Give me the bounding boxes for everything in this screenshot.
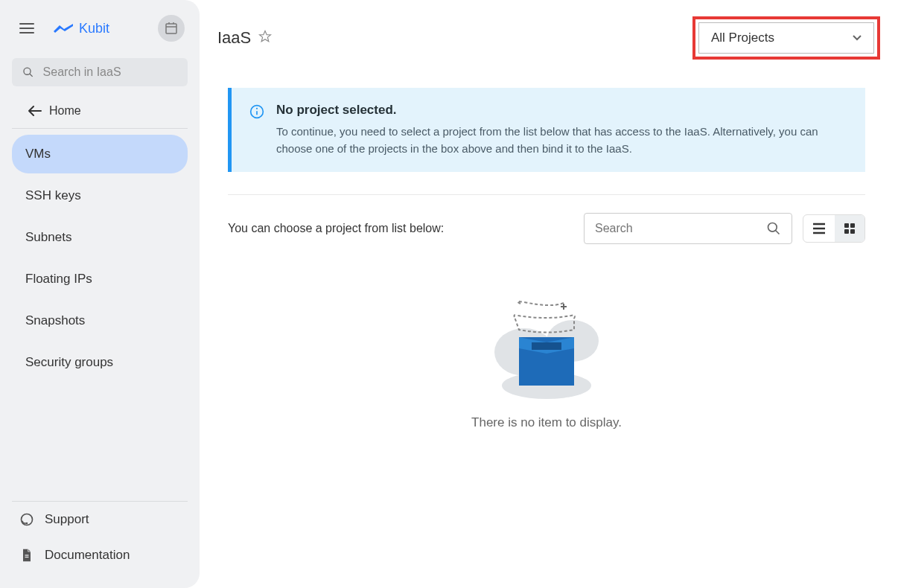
svg-point-13 <box>768 223 777 232</box>
arrow-left-icon <box>28 106 42 116</box>
sidebar-header: Kubit <box>0 0 200 51</box>
list-header: You can choose a project from list below… <box>228 194 865 244</box>
info-banner-body: No project selected. To continue, you ne… <box>276 103 847 157</box>
svg-rect-21 <box>850 229 855 234</box>
calendar-button[interactable] <box>158 15 185 42</box>
svg-rect-18 <box>844 223 849 228</box>
svg-rect-0 <box>166 24 176 33</box>
home-label: Home <box>49 104 81 118</box>
document-icon <box>19 548 34 563</box>
empty-state: There is no item to display. <box>228 266 865 490</box>
brand-logo-icon <box>54 24 73 33</box>
sidebar-search-input[interactable] <box>43 65 177 79</box>
star-icon <box>258 30 272 43</box>
project-selector-label: All Projects <box>711 31 774 45</box>
project-search-input[interactable] <box>595 222 766 235</box>
support-label: Support <box>45 512 89 527</box>
sidebar-item-floating-ips[interactable]: Floating IPs <box>12 260 188 298</box>
list-prompt: You can choose a project from list below… <box>228 222 444 235</box>
nav-items: VMs SSH keys Subnets Floating IPs Snapsh… <box>0 135 200 501</box>
home-link[interactable]: Home <box>12 94 188 129</box>
project-selector-highlight: All Projects <box>692 16 880 60</box>
view-toggle <box>803 214 865 243</box>
sidebar-item-security-groups[interactable]: Security groups <box>12 343 188 382</box>
grid-view-button[interactable] <box>835 215 864 242</box>
svg-line-5 <box>30 74 33 77</box>
documentation-label: Documentation <box>45 548 130 563</box>
sidebar-item-ssh-keys[interactable]: SSH keys <box>12 176 188 215</box>
sidebar-footer: Support Documentation <box>12 501 188 573</box>
sidebar-item-vms[interactable]: VMs <box>12 135 188 173</box>
content: No project selected. To continue, you ne… <box>213 73 880 505</box>
svg-rect-20 <box>844 229 849 234</box>
chevron-down-icon <box>853 35 862 41</box>
svg-rect-19 <box>850 223 855 228</box>
info-banner-text: To continue, you need to select a projec… <box>276 124 847 157</box>
svg-point-4 <box>24 68 31 74</box>
documentation-link[interactable]: Documentation <box>12 537 188 573</box>
svg-point-11 <box>256 108 258 109</box>
info-banner-title: No project selected. <box>276 103 847 118</box>
list-view-button[interactable] <box>803 215 835 242</box>
brand[interactable]: Kubit <box>54 21 109 36</box>
sidebar: Kubit Home VMs SSH keys Subnets Floating… <box>0 0 200 588</box>
favorite-button[interactable] <box>258 30 272 46</box>
calendar-icon <box>165 22 178 35</box>
brand-name: Kubit <box>79 21 109 36</box>
svg-line-14 <box>776 231 780 234</box>
list-view-icon <box>812 223 826 234</box>
project-selector[interactable]: All Projects <box>698 22 874 54</box>
hamburger-icon[interactable] <box>15 19 39 38</box>
sidebar-item-subnets[interactable]: Subnets <box>12 218 188 257</box>
search-icon <box>766 221 781 236</box>
main-header: IaaS All Projects <box>208 0 898 73</box>
sidebar-item-snapshots[interactable]: Snapshots <box>12 301 188 340</box>
main: IaaS All Projects No project selected. T… <box>200 0 898 588</box>
support-icon <box>19 512 34 527</box>
empty-text: There is no item to display. <box>471 415 622 430</box>
page-title: IaaS <box>217 28 251 48</box>
info-banner: No project selected. To continue, you ne… <box>228 88 865 172</box>
support-link[interactable]: Support <box>12 502 188 537</box>
sidebar-search[interactable] <box>12 58 188 86</box>
info-icon <box>249 104 264 157</box>
grid-view-icon <box>844 223 856 234</box>
search-icon <box>22 65 34 79</box>
svg-point-7 <box>26 523 28 525</box>
empty-box-icon <box>491 296 602 400</box>
project-search[interactable] <box>584 213 792 244</box>
